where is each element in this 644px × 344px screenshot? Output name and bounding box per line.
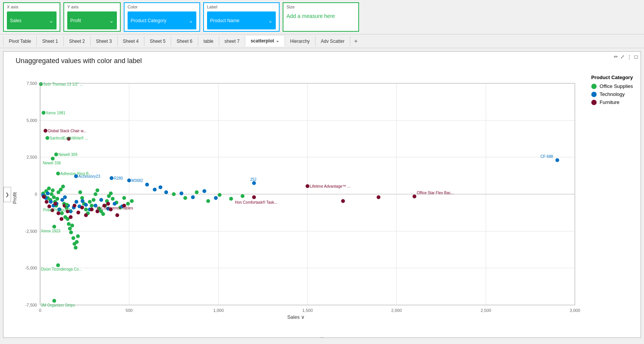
dot-dixon[interactable] bbox=[56, 263, 60, 267]
dot-furniture2[interactable] bbox=[377, 195, 380, 199]
dot[interactable] bbox=[90, 208, 94, 211]
dot-ki-conference[interactable] bbox=[106, 202, 110, 206]
dot[interactable] bbox=[60, 217, 63, 221]
dot[interactable] bbox=[74, 200, 78, 204]
tab-adv-scatter[interactable]: Adv Scatter bbox=[316, 36, 350, 46]
dot[interactable] bbox=[63, 195, 67, 199]
bottom-resize-handle[interactable]: ◻ bbox=[3, 334, 641, 338]
dot-bt2[interactable] bbox=[191, 195, 195, 199]
dot-bt3[interactable] bbox=[202, 189, 206, 193]
tab-table[interactable]: table bbox=[198, 36, 219, 46]
xaxis-field[interactable]: X axis Sales ⌄ bbox=[3, 2, 60, 32]
dot[interactable] bbox=[61, 185, 65, 188]
tab-sheet5[interactable]: Sheet 5 bbox=[144, 36, 171, 46]
dot[interactable] bbox=[111, 197, 115, 201]
dot-hon-comfortask[interactable] bbox=[252, 195, 256, 199]
xaxis-select[interactable]: Sales ⌄ bbox=[7, 11, 57, 29]
dot-newel336[interactable] bbox=[51, 157, 55, 161]
dot[interactable] bbox=[74, 246, 78, 250]
dot-global-stack-chair[interactable] bbox=[44, 129, 47, 133]
dot[interactable] bbox=[95, 188, 99, 192]
dot-blue3[interactable] bbox=[159, 185, 162, 189]
dot-lifetime-advantage[interactable] bbox=[306, 184, 309, 188]
dot-blue2[interactable] bbox=[153, 188, 157, 191]
dot[interactable] bbox=[76, 211, 80, 214]
dot[interactable] bbox=[51, 188, 55, 192]
dot-bt4[interactable] bbox=[214, 196, 218, 200]
yaxis-select[interactable]: Profit ⌄ bbox=[67, 11, 117, 29]
dot-office-star[interactable] bbox=[413, 195, 416, 198]
color-field[interactable]: Color Product Category ⌄ bbox=[124, 2, 200, 32]
dot[interactable] bbox=[94, 192, 97, 196]
size-field[interactable]: Size Add a measure here bbox=[283, 2, 359, 32]
dot[interactable] bbox=[69, 230, 73, 234]
label-select[interactable]: Product Name ⌄ bbox=[207, 11, 276, 29]
dot[interactable] bbox=[88, 200, 92, 204]
dot[interactable] bbox=[81, 199, 84, 203]
dot[interactable] bbox=[113, 202, 117, 206]
dot[interactable] bbox=[45, 200, 49, 204]
dot[interactable] bbox=[99, 198, 103, 202]
dot[interactable] bbox=[92, 198, 95, 202]
dot[interactable] bbox=[49, 200, 53, 204]
dot[interactable] bbox=[84, 208, 88, 211]
dot[interactable] bbox=[73, 204, 76, 208]
tab-sheet2[interactable]: Sheet 2 bbox=[64, 36, 91, 46]
dot[interactable] bbox=[78, 190, 82, 194]
dot[interactable] bbox=[109, 191, 113, 195]
dot[interactable] bbox=[67, 222, 71, 226]
dot-accessory23[interactable] bbox=[74, 174, 78, 178]
dot[interactable] bbox=[70, 224, 74, 227]
dot[interactable] bbox=[84, 213, 88, 217]
dot[interactable] bbox=[122, 196, 126, 200]
dot[interactable] bbox=[47, 187, 51, 190]
dot-gs1[interactable] bbox=[172, 192, 176, 196]
dot-3m[interactable] bbox=[52, 299, 56, 303]
dot-blue1[interactable] bbox=[145, 183, 149, 187]
add-tab-button[interactable]: + bbox=[350, 36, 361, 46]
dot-gs6[interactable] bbox=[229, 197, 233, 201]
dot[interactable] bbox=[126, 202, 130, 206]
dot-gs2[interactable] bbox=[183, 196, 187, 200]
dot-furniture3[interactable] bbox=[341, 199, 345, 203]
dot[interactable] bbox=[59, 188, 63, 191]
dot[interactable] bbox=[71, 236, 75, 240]
dot-bt1[interactable] bbox=[180, 191, 183, 195]
dot[interactable] bbox=[101, 212, 105, 216]
dot[interactable] bbox=[46, 191, 50, 195]
dot[interactable] bbox=[69, 215, 73, 219]
dot-blue4[interactable] bbox=[164, 190, 168, 194]
dot[interactable] bbox=[80, 206, 84, 209]
dot-m3682[interactable] bbox=[127, 178, 131, 182]
dot[interactable] bbox=[55, 197, 59, 201]
dot[interactable] bbox=[115, 213, 119, 217]
dot-gs5[interactable] bbox=[218, 193, 222, 197]
dot[interactable] bbox=[52, 195, 56, 199]
dot[interactable] bbox=[76, 234, 80, 238]
dot-newell309[interactable] bbox=[54, 153, 58, 156]
dot[interactable] bbox=[75, 240, 79, 244]
dot-gs4[interactable] bbox=[206, 199, 210, 203]
color-select[interactable]: Product Category ⌄ bbox=[128, 11, 196, 29]
dot-r280[interactable] bbox=[110, 176, 113, 180]
dot[interactable] bbox=[68, 227, 72, 230]
dot-adhesive-ring[interactable] bbox=[56, 172, 60, 175]
tab-sheet4[interactable]: Sheet 4 bbox=[118, 36, 144, 46]
tab-sheet7[interactable]: sheet 7 bbox=[219, 36, 245, 46]
tab-sheet1[interactable]: Sheet 1 bbox=[37, 36, 63, 46]
tab-pivot-table[interactable]: Pivot Table bbox=[3, 36, 37, 46]
dot-gs3[interactable] bbox=[195, 190, 199, 194]
dot-priter[interactable] bbox=[65, 203, 69, 207]
dot-252[interactable] bbox=[252, 181, 256, 185]
dot[interactable] bbox=[84, 203, 88, 207]
dot[interactable] bbox=[50, 192, 53, 196]
dot[interactable] bbox=[130, 199, 134, 203]
dot-xerox-1981[interactable] bbox=[42, 111, 45, 115]
tab-scatterplot[interactable]: scatterplot ⌄ bbox=[245, 36, 285, 47]
dot[interactable] bbox=[53, 202, 57, 206]
tab-sheet6[interactable]: Sheet 6 bbox=[171, 36, 198, 46]
tab-hierarchy[interactable]: Hierarchy bbox=[285, 36, 316, 46]
dot-sanford[interactable] bbox=[45, 136, 49, 140]
dot[interactable] bbox=[42, 195, 46, 199]
dot[interactable] bbox=[90, 204, 94, 208]
